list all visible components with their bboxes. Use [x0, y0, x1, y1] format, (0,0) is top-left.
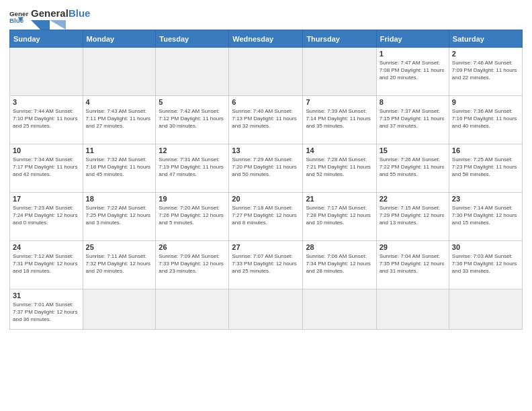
- logo-icon: General Blue: [9, 7, 28, 26]
- day-info: Sunrise: 7:32 AM Sunset: 7:18 PM Dayligh…: [86, 156, 153, 179]
- day-info: Sunrise: 7:12 AM Sunset: 7:31 PM Dayligh…: [13, 253, 80, 275]
- calendar-week-row: 31Sunrise: 7:01 AM Sunset: 7:37 PM Dayli…: [10, 289, 523, 330]
- day-info: Sunrise: 7:42 AM Sunset: 7:12 PM Dayligh…: [159, 107, 226, 130]
- calendar-cell: 27Sunrise: 7:07 AM Sunset: 7:33 PM Dayli…: [229, 241, 303, 289]
- day-info: Sunrise: 7:36 AM Sunset: 7:16 PM Dayligh…: [452, 107, 519, 130]
- calendar-cell: 11Sunrise: 7:32 AM Sunset: 7:18 PM Dayli…: [83, 144, 156, 193]
- header: General Blue GeneralBlue: [9, 7, 523, 26]
- calendar-cell: [449, 289, 522, 330]
- calendar-cell: 31Sunrise: 7:01 AM Sunset: 7:37 PM Dayli…: [10, 289, 83, 330]
- calendar-cell: [83, 289, 156, 330]
- day-number: 4: [86, 98, 153, 106]
- day-number: 26: [159, 243, 226, 251]
- day-info: Sunrise: 7:14 AM Sunset: 7:30 PM Dayligh…: [452, 204, 519, 227]
- day-number: 24: [13, 243, 80, 251]
- day-number: 19: [159, 195, 226, 203]
- calendar-table: SundayMondayTuesdayWednesdayThursdayFrid…: [9, 30, 523, 330]
- calendar-header-tuesday: Tuesday: [156, 30, 229, 48]
- logo-triangle-icon: [31, 20, 66, 31]
- calendar-cell: 22Sunrise: 7:15 AM Sunset: 7:29 PM Dayli…: [376, 193, 449, 241]
- day-info: Sunrise: 7:43 AM Sunset: 7:11 PM Dayligh…: [86, 107, 153, 130]
- day-number: 11: [86, 146, 153, 154]
- day-info: Sunrise: 7:28 AM Sunset: 7:21 PM Dayligh…: [306, 156, 373, 179]
- calendar-header-sunday: Sunday: [10, 30, 83, 48]
- day-number: 13: [232, 146, 300, 154]
- day-number: 7: [306, 98, 373, 106]
- day-number: 10: [13, 146, 80, 154]
- day-number: 31: [13, 291, 80, 300]
- day-number: 25: [86, 243, 153, 251]
- calendar-cell: 5Sunrise: 7:42 AM Sunset: 7:12 PM Daylig…: [156, 96, 229, 144]
- day-number: 17: [13, 195, 80, 203]
- day-number: 18: [86, 195, 153, 203]
- calendar-week-row: 17Sunrise: 7:23 AM Sunset: 7:24 PM Dayli…: [10, 193, 523, 241]
- calendar-cell: [303, 48, 376, 96]
- calendar-cell: 24Sunrise: 7:12 AM Sunset: 7:31 PM Dayli…: [10, 241, 83, 289]
- day-info: Sunrise: 7:09 AM Sunset: 7:33 PM Dayligh…: [159, 253, 226, 275]
- svg-marker-4: [50, 20, 66, 30]
- day-info: Sunrise: 7:31 AM Sunset: 7:19 PM Dayligh…: [159, 156, 226, 179]
- day-info: Sunrise: 7:25 AM Sunset: 7:23 PM Dayligh…: [452, 156, 519, 179]
- day-info: Sunrise: 7:18 AM Sunset: 7:27 PM Dayligh…: [232, 204, 300, 227]
- calendar-cell: 2Sunrise: 7:46 AM Sunset: 7:09 PM Daylig…: [449, 48, 522, 96]
- calendar-cell: 26Sunrise: 7:09 AM Sunset: 7:33 PM Dayli…: [156, 241, 229, 289]
- day-number: 3: [13, 98, 80, 106]
- calendar-cell: 17Sunrise: 7:23 AM Sunset: 7:24 PM Dayli…: [10, 193, 83, 241]
- svg-marker-3: [31, 20, 50, 30]
- calendar-cell: [376, 289, 449, 330]
- day-number: 30: [452, 243, 519, 251]
- day-number: 9: [452, 98, 519, 106]
- calendar-cell: 14Sunrise: 7:28 AM Sunset: 7:21 PM Dayli…: [303, 144, 376, 193]
- day-number: 23: [452, 195, 519, 203]
- day-info: Sunrise: 7:11 AM Sunset: 7:32 PM Dayligh…: [86, 253, 153, 275]
- day-number: 14: [306, 146, 373, 154]
- logo-blue: Blue: [69, 7, 91, 19]
- day-info: Sunrise: 7:39 AM Sunset: 7:14 PM Dayligh…: [306, 107, 373, 130]
- calendar-cell: 30Sunrise: 7:03 AM Sunset: 7:36 PM Dayli…: [449, 241, 522, 289]
- calendar-header-friday: Friday: [376, 30, 449, 48]
- day-info: Sunrise: 7:47 AM Sunset: 7:08 PM Dayligh…: [380, 59, 446, 82]
- day-info: Sunrise: 7:20 AM Sunset: 7:26 PM Dayligh…: [159, 204, 226, 227]
- calendar-cell: 12Sunrise: 7:31 AM Sunset: 7:19 PM Dayli…: [156, 144, 229, 193]
- day-info: Sunrise: 7:17 AM Sunset: 7:28 PM Dayligh…: [306, 204, 373, 227]
- calendar-cell: 10Sunrise: 7:34 AM Sunset: 7:17 PM Dayli…: [10, 144, 83, 193]
- calendar-cell: 6Sunrise: 7:40 AM Sunset: 7:13 PM Daylig…: [229, 96, 303, 144]
- day-info: Sunrise: 7:07 AM Sunset: 7:33 PM Dayligh…: [232, 253, 300, 275]
- calendar-cell: 23Sunrise: 7:14 AM Sunset: 7:30 PM Dayli…: [449, 193, 522, 241]
- calendar-page: General Blue GeneralBlue: [0, 0, 532, 411]
- calendar-week-row: 24Sunrise: 7:12 AM Sunset: 7:31 PM Dayli…: [10, 241, 523, 289]
- calendar-header-wednesday: Wednesday: [229, 30, 303, 48]
- svg-text:Blue: Blue: [9, 17, 24, 24]
- day-number: 28: [306, 243, 373, 251]
- calendar-cell: 13Sunrise: 7:29 AM Sunset: 7:20 PM Dayli…: [229, 144, 303, 193]
- day-number: 27: [232, 243, 300, 251]
- calendar-cell: 1Sunrise: 7:47 AM Sunset: 7:08 PM Daylig…: [376, 48, 449, 96]
- calendar-cell: 8Sunrise: 7:37 AM Sunset: 7:15 PM Daylig…: [376, 96, 449, 144]
- day-info: Sunrise: 7:46 AM Sunset: 7:09 PM Dayligh…: [452, 59, 519, 82]
- calendar-cell: 18Sunrise: 7:22 AM Sunset: 7:25 PM Dayli…: [83, 193, 156, 241]
- day-number: 15: [380, 146, 446, 154]
- day-info: Sunrise: 7:03 AM Sunset: 7:36 PM Dayligh…: [452, 253, 519, 275]
- day-info: Sunrise: 7:01 AM Sunset: 7:37 PM Dayligh…: [13, 301, 80, 324]
- calendar-cell: 19Sunrise: 7:20 AM Sunset: 7:26 PM Dayli…: [156, 193, 229, 241]
- calendar-cell: [229, 289, 303, 330]
- calendar-cell: 16Sunrise: 7:25 AM Sunset: 7:23 PM Dayli…: [449, 144, 522, 193]
- day-info: Sunrise: 7:37 AM Sunset: 7:15 PM Dayligh…: [380, 107, 446, 130]
- day-info: Sunrise: 7:04 AM Sunset: 7:35 PM Dayligh…: [380, 253, 446, 275]
- day-info: Sunrise: 7:06 AM Sunset: 7:34 PM Dayligh…: [306, 253, 373, 275]
- day-number: 2: [452, 50, 519, 58]
- calendar-cell: 28Sunrise: 7:06 AM Sunset: 7:34 PM Dayli…: [303, 241, 376, 289]
- calendar-cell: [303, 289, 376, 330]
- day-number: 1: [380, 50, 446, 58]
- day-number: 12: [159, 146, 226, 154]
- logo: General Blue GeneralBlue: [9, 7, 90, 26]
- calendar-cell: 15Sunrise: 7:26 AM Sunset: 7:22 PM Dayli…: [376, 144, 449, 193]
- calendar-cell: [83, 48, 156, 96]
- day-number: 20: [232, 195, 300, 203]
- calendar-cell: 29Sunrise: 7:04 AM Sunset: 7:35 PM Dayli…: [376, 241, 449, 289]
- calendar-cell: 21Sunrise: 7:17 AM Sunset: 7:28 PM Dayli…: [303, 193, 376, 241]
- calendar-header-monday: Monday: [83, 30, 156, 48]
- calendar-week-row: 3Sunrise: 7:44 AM Sunset: 7:10 PM Daylig…: [10, 96, 523, 144]
- day-number: 29: [380, 243, 446, 251]
- calendar-cell: 7Sunrise: 7:39 AM Sunset: 7:14 PM Daylig…: [303, 96, 376, 144]
